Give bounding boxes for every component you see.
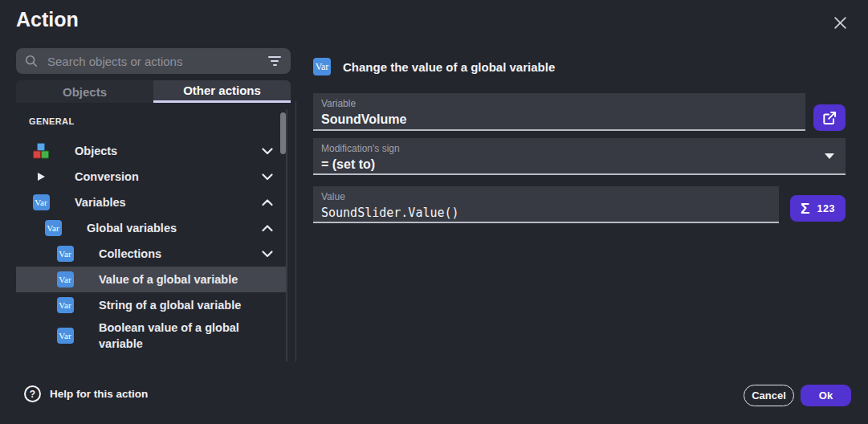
var-badge-icon: Var <box>56 297 74 313</box>
field-label: Value <box>321 191 771 202</box>
tree-item-collections[interactable]: Var Collections <box>16 241 286 267</box>
var-badge-icon: Var <box>44 220 62 236</box>
var-badge-icon: Var <box>56 328 74 344</box>
chevron-up-icon[interactable] <box>262 199 273 206</box>
help-label: Help for this action <box>50 388 148 400</box>
chevron-down-icon[interactable] <box>262 148 273 155</box>
objects-cubes-icon <box>32 143 50 159</box>
play-triangle-icon <box>32 169 50 185</box>
scrollbar-thumb[interactable] <box>280 112 286 154</box>
action-header: Var Change the value of a global variabl… <box>313 58 555 75</box>
variable-field[interactable]: Variable SoundVolume <box>313 93 805 131</box>
search-bar[interactable] <box>16 48 291 74</box>
chevron-down-icon[interactable] <box>262 173 273 181</box>
search-icon <box>24 54 39 68</box>
tree-item-string-of-global-variable[interactable]: Var String of a global variable <box>16 292 286 318</box>
tree-item-label: String of a global variable <box>99 297 241 313</box>
section-label-general: GENERAL <box>29 116 75 126</box>
tree-item-objects[interactable]: Objects <box>16 138 286 164</box>
expression-builder-button[interactable]: Σ 123 <box>790 195 846 222</box>
close-icon <box>833 16 847 30</box>
panel-divider <box>295 101 296 361</box>
sigma-icon: Σ <box>801 201 809 216</box>
help-link[interactable]: ? Help for this action <box>24 385 148 402</box>
var-badge-icon: Var <box>32 194 50 210</box>
tab-other-actions[interactable]: Other actions <box>153 80 291 103</box>
tree-item-label: Variables <box>75 194 126 210</box>
tree-item-conversion[interactable]: Conversion <box>16 164 286 190</box>
open-variable-editor-button[interactable] <box>813 104 846 131</box>
var-badge-icon: Var <box>56 246 74 262</box>
field-value[interactable]: SoundSlider.Value() <box>321 205 771 221</box>
tree-item-label: Boolean value of a global variable <box>99 320 263 352</box>
tree-item-label: Objects <box>75 143 117 159</box>
chevron-up-icon[interactable] <box>262 225 273 232</box>
cancel-button[interactable]: Cancel <box>744 385 794 406</box>
tab-objects[interactable]: Objects <box>16 80 153 103</box>
action-dialog: Action Objects Other actions GENERAL <box>0 0 868 424</box>
modification-sign-select[interactable]: Modification's sign = (set to) <box>313 138 846 175</box>
action-title: Change the value of a global variable <box>343 60 555 74</box>
var-badge-icon: Var <box>313 58 331 75</box>
tree-item-label: Collections <box>99 246 161 262</box>
page-title: Action <box>16 8 79 31</box>
close-button[interactable] <box>827 10 853 35</box>
tab-bar: Objects Other actions <box>16 80 291 103</box>
action-category-tree: Objects Conversion Var Variables Var Glo… <box>16 138 286 353</box>
field-label: Modification's sign <box>321 143 837 154</box>
search-input[interactable] <box>46 54 267 69</box>
numbers-label: 123 <box>817 203 835 214</box>
var-badge-icon: Var <box>56 271 74 287</box>
chevron-down-icon <box>825 153 834 159</box>
tree-item-label: Conversion <box>75 169 139 185</box>
tree-item-value-of-global-variable[interactable]: Var Value of a global variable <box>16 267 286 292</box>
tree-item-boolean-value-of-global-variable[interactable]: Var Boolean value of a global variable <box>16 318 286 353</box>
value-expression-field[interactable]: Value SoundSlider.Value() <box>313 186 779 223</box>
field-label: Variable <box>321 98 797 109</box>
tree-item-global-variables[interactable]: Var Global variables <box>16 215 286 241</box>
open-in-new-icon <box>821 110 837 126</box>
chevron-down-icon[interactable] <box>262 251 273 258</box>
ok-button[interactable]: Ok <box>801 385 851 406</box>
filter-icon[interactable] <box>267 53 283 69</box>
tree-item-variables[interactable]: Var Variables <box>16 190 286 215</box>
help-question-icon: ? <box>24 385 41 402</box>
field-value: = (set to) <box>321 157 837 173</box>
tree-item-label: Global variables <box>87 220 177 236</box>
scrollbar-track <box>286 109 287 361</box>
field-value[interactable]: SoundVolume <box>321 112 797 128</box>
tree-item-label: Value of a global variable <box>99 271 238 287</box>
